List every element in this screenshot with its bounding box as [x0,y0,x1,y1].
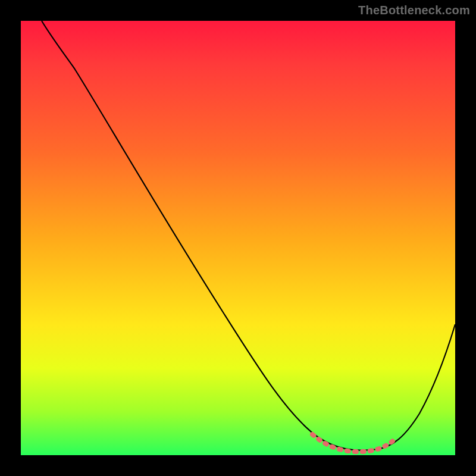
pink-band [312,434,396,452]
curve-svg [21,21,455,455]
plot-area [21,21,455,455]
chart-frame: TheBottleneck.com [0,0,476,476]
watermark-text: TheBottleneck.com [358,4,470,17]
black-curve [42,21,455,450]
